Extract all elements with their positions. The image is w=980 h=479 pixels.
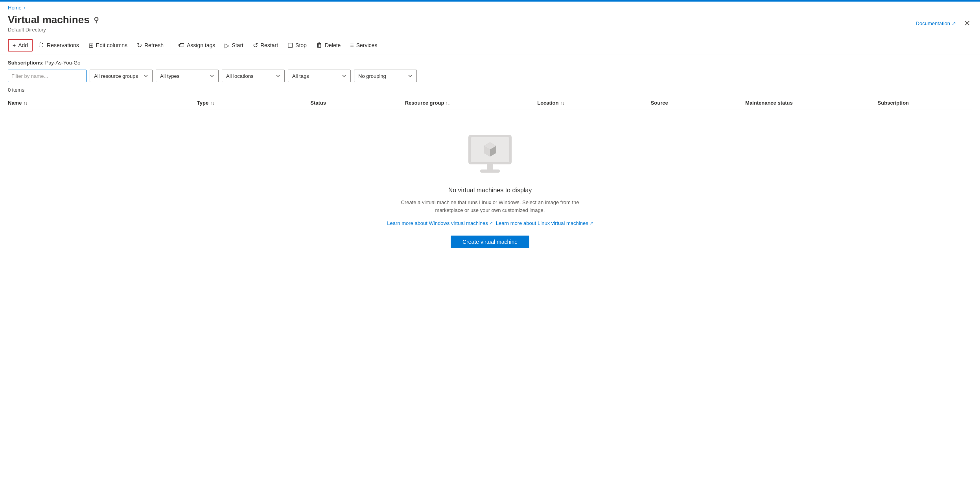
header-right: Documentation ↗ ✕ bbox=[916, 17, 972, 29]
col-name-sort-icon: ↑↓ bbox=[23, 101, 28, 105]
svg-rect-6 bbox=[487, 164, 493, 170]
subscription-value: Pay-As-You-Go bbox=[45, 60, 81, 66]
vm-icon-wrapper bbox=[464, 133, 516, 177]
content-area: Subscriptions: Pay-As-You-Go All resourc… bbox=[0, 55, 980, 269]
filter-row: All resource groups All types All locati… bbox=[8, 70, 972, 82]
breadcrumb-separator: › bbox=[24, 5, 26, 11]
locations-filter[interactable]: All locations bbox=[222, 70, 285, 82]
edit-columns-button[interactable]: ⊞ Edit columns bbox=[85, 39, 131, 52]
reservations-label: Reservations bbox=[47, 42, 79, 48]
col-resource-group[interactable]: Resource group ↑↓ bbox=[405, 100, 538, 106]
resource-groups-filter[interactable]: All resource groups bbox=[90, 70, 153, 82]
delete-button[interactable]: 🗑 Delete bbox=[312, 39, 344, 51]
close-button[interactable]: ✕ bbox=[962, 17, 972, 29]
documentation-link[interactable]: Documentation ↗ bbox=[916, 20, 956, 26]
empty-title: No virtual machines to display bbox=[448, 187, 532, 194]
col-location[interactable]: Location ↑↓ bbox=[537, 100, 650, 106]
restart-label: Restart bbox=[260, 42, 278, 48]
edit-columns-icon: ⊞ bbox=[88, 42, 94, 49]
assign-tags-label: Assign tags bbox=[187, 42, 215, 48]
stop-button[interactable]: ☐ Stop bbox=[284, 39, 311, 52]
col-maintenance: Maintenance status bbox=[745, 100, 878, 106]
page-header: Virtual machines ⚲ Default Directory Doc… bbox=[0, 12, 980, 36]
svg-rect-7 bbox=[480, 169, 500, 173]
add-button[interactable]: + Add bbox=[8, 39, 33, 52]
refresh-button[interactable]: ↻ Refresh bbox=[133, 39, 168, 52]
page-title-text: Virtual machines bbox=[8, 14, 90, 26]
header-left: Virtual machines ⚲ Default Directory bbox=[8, 14, 99, 33]
col-location-sort-icon: ↑↓ bbox=[560, 101, 564, 105]
col-type-sort-icon: ↑↓ bbox=[210, 101, 214, 105]
start-label: Start bbox=[232, 42, 243, 48]
services-label: Services bbox=[356, 42, 378, 48]
tags-filter[interactable]: All tags bbox=[288, 70, 351, 82]
col-status: Status bbox=[310, 100, 405, 106]
reservations-icon: ⏱ bbox=[38, 42, 44, 49]
start-button[interactable]: ▷ Start bbox=[221, 39, 247, 52]
linux-vm-link[interactable]: Learn more about Linux virtual machines … bbox=[496, 220, 593, 226]
items-count: 0 items bbox=[8, 87, 972, 93]
stop-icon: ☐ bbox=[287, 42, 293, 49]
vm-monitor-icon bbox=[464, 133, 516, 176]
pin-icon[interactable]: ⚲ bbox=[94, 16, 99, 24]
delete-label: Delete bbox=[325, 42, 341, 48]
reservations-button[interactable]: ⏱ Reservations bbox=[34, 39, 83, 51]
col-type[interactable]: Type ↑↓ bbox=[197, 100, 310, 106]
create-vm-button[interactable]: Create virtual machine bbox=[451, 236, 529, 248]
col-resource-group-label: Resource group bbox=[405, 100, 444, 106]
types-filter[interactable]: All types bbox=[156, 70, 219, 82]
doc-ext-icon: ↗ bbox=[952, 20, 956, 26]
windows-vm-link-label: Learn more about Windows virtual machine… bbox=[387, 220, 488, 226]
col-location-label: Location bbox=[537, 100, 558, 106]
col-subscription-label: Subscription bbox=[878, 100, 909, 106]
empty-state: No virtual machines to display Create a … bbox=[8, 109, 972, 264]
restart-icon: ↺ bbox=[253, 42, 258, 49]
refresh-label: Refresh bbox=[144, 42, 164, 48]
links-row: Learn more about Windows virtual machine… bbox=[387, 220, 593, 226]
subscriptions-label: Subscriptions: bbox=[8, 60, 44, 66]
col-source: Source bbox=[651, 100, 745, 106]
delete-icon: 🗑 bbox=[316, 42, 322, 49]
col-subscription: Subscription bbox=[878, 100, 972, 106]
page-title: Virtual machines ⚲ bbox=[8, 14, 99, 26]
services-button[interactable]: ≡ Services bbox=[346, 39, 381, 51]
toolbar-separator-1 bbox=[171, 41, 171, 50]
start-icon: ▷ bbox=[225, 42, 229, 49]
toolbar: + Add ⏱ Reservations ⊞ Edit columns ↻ Re… bbox=[0, 36, 980, 55]
col-resource-group-sort-icon: ↑↓ bbox=[446, 101, 450, 105]
col-type-label: Type bbox=[197, 100, 208, 106]
name-filter-input[interactable] bbox=[8, 70, 87, 82]
subscriptions-bar: Subscriptions: Pay-As-You-Go bbox=[8, 60, 972, 66]
col-name-label: Name bbox=[8, 100, 22, 106]
add-icon: + bbox=[13, 42, 16, 48]
windows-vm-link[interactable]: Learn more about Windows virtual machine… bbox=[387, 220, 493, 226]
col-status-label: Status bbox=[310, 100, 326, 106]
linux-vm-link-label: Learn more about Linux virtual machines bbox=[496, 220, 588, 226]
subtitle: Default Directory bbox=[8, 27, 99, 33]
restart-button[interactable]: ↺ Restart bbox=[249, 39, 282, 52]
col-name[interactable]: Name ↑↓ bbox=[8, 100, 197, 106]
assign-tags-button[interactable]: 🏷 Assign tags bbox=[174, 39, 219, 51]
add-label: Add bbox=[18, 42, 28, 48]
col-maintenance-label: Maintenance status bbox=[745, 100, 793, 106]
empty-description: Create a virtual machine that runs Linux… bbox=[392, 199, 588, 214]
col-source-label: Source bbox=[651, 100, 668, 106]
edit-columns-label: Edit columns bbox=[96, 42, 127, 48]
grouping-filter[interactable]: No grouping bbox=[354, 70, 417, 82]
linux-link-ext-icon: ↗ bbox=[589, 221, 593, 226]
doc-link-label: Documentation bbox=[916, 20, 950, 26]
home-link[interactable]: Home bbox=[8, 5, 22, 11]
breadcrumb: Home › bbox=[0, 2, 980, 12]
refresh-icon: ↻ bbox=[137, 42, 142, 49]
services-icon: ≡ bbox=[350, 42, 354, 49]
windows-link-ext-icon: ↗ bbox=[489, 221, 493, 226]
table-header: Name ↑↓ Type ↑↓ Status Resource group ↑↓… bbox=[8, 97, 972, 109]
stop-label: Stop bbox=[295, 42, 307, 48]
assign-tags-icon: 🏷 bbox=[178, 42, 184, 49]
